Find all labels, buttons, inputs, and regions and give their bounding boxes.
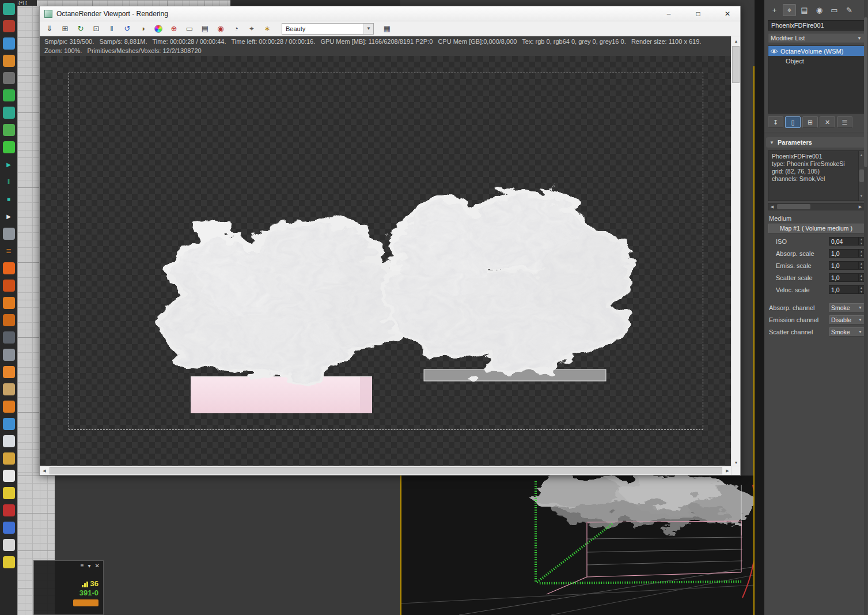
log-list-icon[interactable]: ☰	[3, 245, 15, 257]
close-icon[interactable]: ✕	[95, 563, 100, 569]
modifier-stack-item-object[interactable]: Object	[768, 56, 864, 66]
export-arrow-icon[interactable]	[3, 107, 15, 119]
particle-group-icon[interactable]	[3, 55, 15, 67]
spinner-arrows[interactable]: ▲▼	[858, 237, 864, 245]
modifier-stack-item-octanevolume[interactable]: OctaneVolume (WSM)	[768, 46, 864, 56]
tab-create[interactable]: +	[768, 4, 781, 16]
record-icon[interactable]: ◉	[215, 23, 226, 35]
spinner-arrows[interactable]: ▲▼	[858, 274, 864, 281]
viewport-label[interactable]: {+} [	[17, 0, 37, 6]
camera-icon[interactable]: ◔	[230, 23, 242, 35]
object-name-field[interactable]	[768, 20, 865, 31]
scroll-track[interactable]	[776, 203, 856, 210]
move-gizmo-icon[interactable]	[3, 89, 15, 101]
close-button[interactable]: ✕	[715, 6, 740, 21]
fire-preset-icon[interactable]	[3, 262, 15, 274]
scroll-up-icon[interactable]: ▲	[860, 152, 863, 159]
modifier-list-dropdown[interactable]: Modifier List ▼	[768, 33, 865, 43]
beer-mug-icon[interactable]	[3, 452, 15, 465]
info-scroll-thumb[interactable]	[859, 169, 864, 182]
minimize-button[interactable]: –	[656, 6, 681, 21]
pixel-grid-icon[interactable]: ▦	[381, 23, 393, 35]
veloc-scale-spinner[interactable]: 1,0 ▲▼	[829, 285, 865, 294]
white-ball-icon[interactable]	[3, 539, 15, 551]
scatter-channel-dropdown[interactable]: Smoke ▼	[829, 327, 865, 337]
pin-stack-button[interactable]: ↧	[768, 116, 783, 128]
scatter-scale-spinner[interactable]: 1,0 ▲▼	[829, 273, 865, 282]
absorp-channel-dropdown[interactable]: Smoke ▼	[829, 303, 865, 312]
blue-ball-icon[interactable]	[3, 522, 15, 534]
tab-hierarchy[interactable]: ▤	[798, 4, 811, 16]
iso-spinner[interactable]: 0,04 ▲▼	[829, 237, 865, 246]
spinner-arrows[interactable]: ▲▼	[858, 262, 864, 269]
tab-display[interactable]: ▭	[828, 4, 841, 16]
barrel-icon[interactable]	[3, 383, 15, 395]
horizontal-scroll-thumb[interactable]	[50, 467, 722, 474]
spinner-arrows[interactable]: ▲▼	[858, 250, 864, 257]
stats-overlay-window[interactable]: ≡ ▾ ✕ 36 391-0	[33, 560, 104, 615]
play-icon[interactable]: ▶	[3, 159, 15, 171]
panel-scrollbar[interactable]	[864, 0, 867, 615]
liquid-source-icon[interactable]	[3, 37, 15, 50]
render-priority-icon[interactable]: ∗	[261, 23, 273, 35]
viewport-perspective[interactable]	[400, 476, 755, 615]
show-end-result-button[interactable]: ▯	[785, 116, 801, 128]
splat-icon[interactable]	[3, 504, 15, 516]
duck-icon[interactable]	[3, 487, 15, 499]
viewport-bottom-left[interactable]	[55, 476, 400, 615]
scroll-up-icon[interactable]: ▲	[731, 36, 741, 46]
vertical-scrollbar[interactable]: ▲ ▼	[731, 36, 740, 467]
make-unique-button[interactable]: ⊞	[802, 116, 818, 128]
gear-preset-icon[interactable]	[3, 331, 15, 344]
flame-preset-icon[interactable]	[3, 314, 15, 326]
scroll-down-icon[interactable]: ▼	[860, 193, 863, 200]
lock-resolution-icon[interactable]: ⊡	[90, 23, 102, 35]
checker-map-icon[interactable]	[3, 124, 15, 136]
emiss-scale-spinner[interactable]: 1,0 ▲▼	[829, 261, 865, 270]
configure-modifier-sets-button[interactable]: ☰	[837, 116, 852, 128]
spinner-arrows[interactable]: ▲▼	[858, 286, 864, 293]
maximize-button[interactable]: □	[685, 6, 711, 21]
droplet-flame-icon[interactable]	[3, 366, 15, 378]
clay-mode-icon[interactable]: ◑	[137, 23, 149, 35]
info-vertical-scrollbar[interactable]: ▲ ▼	[858, 151, 864, 201]
emission-channel-dropdown[interactable]: Disable ▼	[829, 315, 865, 325]
film-settings-icon[interactable]: ▤	[199, 23, 211, 35]
water-drop-icon[interactable]	[3, 418, 15, 430]
collapse-icon[interactable]: ▾	[88, 563, 91, 569]
remove-modifier-button[interactable]: ✕	[820, 116, 835, 128]
phoenix-sim-icon[interactable]	[3, 3, 15, 15]
stop-render-icon[interactable]: ⊕	[168, 23, 180, 35]
panel-scroll-thumb[interactable]	[864, 17, 867, 167]
menu-icon[interactable]: ≡	[81, 563, 84, 569]
save-image-icon[interactable]: ⇓	[44, 23, 55, 35]
material-picker-icon[interactable]: ⌖	[246, 23, 257, 35]
sail-icon[interactable]	[3, 435, 15, 447]
copy-image-icon[interactable]: ⊞	[59, 23, 71, 35]
vortex-icon[interactable]	[3, 349, 15, 361]
info-horizontal-scrollbar[interactable]: ◀ ▶	[768, 203, 865, 210]
pause-render-icon[interactable]: ‖	[106, 23, 117, 35]
restart-render-icon[interactable]: ↻	[75, 23, 86, 35]
snowflake-icon[interactable]	[3, 141, 15, 153]
fire-box-icon[interactable]	[3, 280, 15, 292]
render-canvas[interactable]	[40, 56, 732, 467]
preview-play-icon[interactable]: ▶	[3, 210, 15, 222]
scroll-right-icon[interactable]: ▶	[856, 203, 864, 210]
tab-motion[interactable]: ◉	[813, 4, 826, 16]
trash-icon[interactable]	[3, 228, 15, 240]
volume-medium-map-button[interactable]: Map #1 ( Volume medium )	[768, 224, 865, 233]
smiley-icon[interactable]	[3, 556, 15, 568]
pause-icon[interactable]: ‖	[3, 176, 15, 188]
display-mode-icon[interactable]: ▭	[184, 23, 195, 35]
character-icon[interactable]	[3, 20, 15, 32]
scroll-left-icon[interactable]: ◀	[40, 466, 49, 476]
visibility-eye-icon[interactable]	[770, 48, 778, 54]
refresh-render-icon[interactable]: ↺	[122, 23, 133, 35]
window-titlebar[interactable]: OctaneRender Viewport - Rendering – □ ✕	[40, 6, 740, 21]
scroll-thumb[interactable]	[777, 204, 810, 209]
absorp-scale-spinner[interactable]: 1,0 ▲▼	[829, 249, 865, 258]
vertical-scroll-thumb[interactable]	[732, 46, 740, 83]
tab-modify[interactable]: ⌖	[783, 4, 796, 16]
render-pass-select[interactable]: Beauty ▼	[282, 23, 374, 35]
